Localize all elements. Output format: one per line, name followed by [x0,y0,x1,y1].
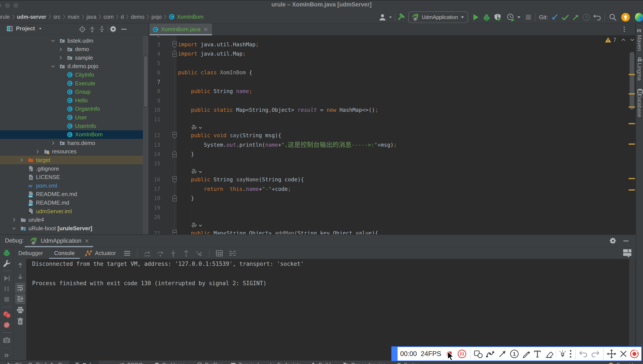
tree-item-license[interactable]: LICENSE [0,173,143,182]
tree-item-execute[interactable]: Execute [0,79,143,88]
breadcrumb-item-d[interactable]: d [121,14,124,20]
run-with-coverage-button[interactable] [494,13,502,21]
profiler-button[interactable] [506,13,515,22]
expand-all-button[interactable] [89,26,96,33]
close-session-icon[interactable] [84,238,90,244]
tree-item-urule-boot[interactable]: uRule-boot [uruleServer] [0,224,143,232]
status-bar-item-spring[interactable]: Spring [395,362,419,364]
evaluate-table-button[interactable] [216,250,223,257]
ai-inlay-hint[interactable] [149,168,635,175]
code-line-20[interactable]: 20 [149,212,635,222]
push-button[interactable] [572,13,580,21]
mute-breakpoints-button[interactable] [2,320,12,329]
tree-item-bstek.udm[interactable]: bstek.udm [0,36,143,45]
tree-item-sample[interactable]: sample [0,54,143,62]
warning-stripe-mark[interactable] [628,144,635,145]
debug-session-tab[interactable]: UdmApplication [25,235,93,247]
breadcrumb-item-xominbom[interactable]: XomInBom [177,14,204,20]
tree-item-xominbom[interactable]: XomInBom [0,130,143,139]
more-actions-button[interactable] [2,351,12,360]
run-to-cursor-button[interactable] [195,250,203,257]
chevron-right-icon[interactable] [58,55,63,60]
layout-settings-button[interactable] [622,248,632,258]
code-line-10[interactable]: 10 public static Map<String,Object> resu… [149,105,635,115]
status-bar-item-terminal[interactable]: Terminal [230,362,259,364]
event-log-button[interactable]: Event Log [608,362,641,364]
draw-shapes-button[interactable] [473,349,483,358]
run-button[interactable] [472,13,479,21]
close-toolbar-button[interactable] [619,349,628,358]
warning-stripe-mark[interactable] [628,93,635,94]
tree-item-demo[interactable]: demo [0,45,143,54]
down-stack-trace-button[interactable] [15,272,26,282]
status-bar-item-problems[interactable]: Problems [154,362,185,364]
edit-configuration-button[interactable] [2,259,12,268]
fold-end-icon[interactable] [172,194,177,202]
chevron-right-icon[interactable] [35,149,40,154]
code-line-9[interactable]: 9 [149,96,635,106]
hide-panel-button[interactable] [120,26,128,33]
stop-process-button[interactable] [2,295,12,304]
code-line-7[interactable]: 7 [149,77,635,87]
code-line-2[interactable]: 2 [149,30,635,40]
tree-item-target[interactable]: target [0,156,143,164]
code-line-21[interactable]: 21 public Map<String,Object> addMap(Stri… [149,228,635,234]
stop-button[interactable] [525,14,532,20]
scroll-to-end-button[interactable] [15,294,26,304]
tree-item-pom.xml[interactable]: mpom.xml [0,181,143,190]
chevron-right-icon[interactable] [58,47,63,52]
undo-button[interactable] [578,350,588,358]
debug-settings-button[interactable] [609,237,617,245]
tree-item-readme.md[interactable]: MDREADME.md [0,198,143,207]
status-bar-item-git[interactable]: Git [7,362,22,364]
tree-item-organinfo[interactable]: OrganInfo [0,105,143,113]
breadcrumb-item-main[interactable]: main [68,14,79,20]
tree-item-resources[interactable]: resources [0,147,143,156]
status-bar-item-endpoints[interactable]: Endpoints [269,362,301,364]
tree-item-readme.en.md[interactable]: MDREADME.en.md [0,190,143,198]
code-line-11[interactable]: 11 [149,115,635,124]
tree-item-group[interactable]: Group [0,88,143,96]
add-text-button[interactable] [533,349,542,358]
tool-window-button-lingma[interactable]: Lingma [636,63,642,80]
code-line-5[interactable]: 5 [149,58,635,68]
commit-button[interactable] [561,14,569,21]
status-bar-item-todo[interactable]: TODO [119,362,143,364]
step-over-button[interactable] [157,250,164,257]
show-execution-point-button[interactable] [144,250,151,257]
recorder-drag-handle[interactable] [392,347,398,360]
project-settings-button[interactable] [110,26,117,33]
settings-lines-button[interactable] [228,250,237,257]
console-scrollbar[interactable] [629,259,635,360]
code-line-12[interactable]: 12 public void say(String msg){ [149,131,635,140]
tree-item-d.demo.pojo[interactable]: d.demo.pojo [0,62,143,71]
tree-item-udmserver.iml[interactable]: udmServer.iml [0,207,143,216]
soft-wrap-button[interactable] [15,282,26,293]
more-tools-button[interactable] [569,349,572,358]
collapse-all-button[interactable] [98,26,106,33]
tool-window-button-maven[interactable]: Maven [636,35,642,51]
tool-window-button-database[interactable]: Database [636,94,642,118]
update-project-button[interactable] [551,13,558,21]
laser-pointer-button[interactable] [558,349,567,358]
inspections-widget[interactable]: 7 [605,36,635,44]
next-warning-button[interactable] [629,37,635,43]
number-badge-button[interactable]: 1 [509,349,519,359]
fold-start-icon[interactable] [172,132,177,139]
code-line-13[interactable]: 13 System.out.println(name+",这是控制台输出的消息-… [149,140,635,150]
maven-icon[interactable]: m [637,27,643,34]
tab-actuator[interactable]: Actuator [81,250,120,257]
lingma-inlay-icon[interactable] [191,168,197,174]
code-line-19[interactable]: 19 [149,203,635,212]
breadcrumb-item-java[interactable]: java [86,14,96,20]
build-project-button[interactable] [397,13,406,22]
breadcrumb-item-urule[interactable]: urule [0,14,10,20]
chevron-down-icon[interactable] [51,38,55,43]
status-bar-item-run[interactable]: Run [50,362,68,364]
fold-start-icon[interactable] [172,41,177,48]
tree-item-cityinfo[interactable]: CityInfo [0,70,143,79]
fold-end-icon[interactable] [172,150,177,158]
draw-arrow-button[interactable] [498,349,507,358]
run-configuration-select[interactable]: UdmApplication [408,12,468,23]
previous-warning-button[interactable] [620,37,626,43]
